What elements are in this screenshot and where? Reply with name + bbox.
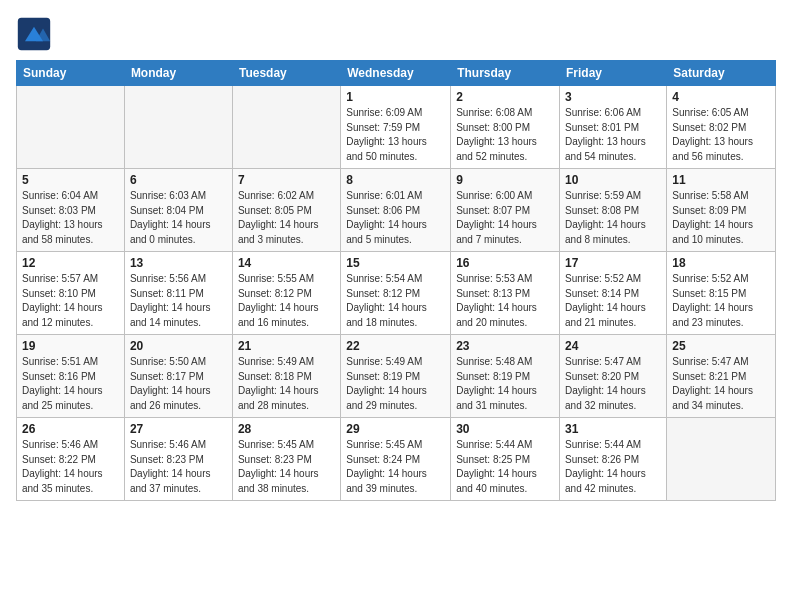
calendar-table: SundayMondayTuesdayWednesdayThursdayFrid… <box>16 60 776 501</box>
calendar-cell: 13Sunrise: 5:56 AM Sunset: 8:11 PM Dayli… <box>124 252 232 335</box>
day-number: 26 <box>22 422 119 436</box>
day-info: Sunrise: 5:59 AM Sunset: 8:08 PM Dayligh… <box>565 189 661 247</box>
day-info: Sunrise: 5:55 AM Sunset: 8:12 PM Dayligh… <box>238 272 335 330</box>
calendar-cell: 1Sunrise: 6:09 AM Sunset: 7:59 PM Daylig… <box>341 86 451 169</box>
calendar-cell: 3Sunrise: 6:06 AM Sunset: 8:01 PM Daylig… <box>560 86 667 169</box>
calendar-cell: 6Sunrise: 6:03 AM Sunset: 8:04 PM Daylig… <box>124 169 232 252</box>
calendar-cell <box>667 418 776 501</box>
day-info: Sunrise: 6:00 AM Sunset: 8:07 PM Dayligh… <box>456 189 554 247</box>
day-number: 5 <box>22 173 119 187</box>
day-number: 7 <box>238 173 335 187</box>
day-info: Sunrise: 5:49 AM Sunset: 8:18 PM Dayligh… <box>238 355 335 413</box>
day-info: Sunrise: 6:03 AM Sunset: 8:04 PM Dayligh… <box>130 189 227 247</box>
day-number: 1 <box>346 90 445 104</box>
day-number: 16 <box>456 256 554 270</box>
calendar-cell: 15Sunrise: 5:54 AM Sunset: 8:12 PM Dayli… <box>341 252 451 335</box>
day-number: 13 <box>130 256 227 270</box>
col-header-friday: Friday <box>560 61 667 86</box>
day-info: Sunrise: 6:09 AM Sunset: 7:59 PM Dayligh… <box>346 106 445 164</box>
day-info: Sunrise: 6:06 AM Sunset: 8:01 PM Dayligh… <box>565 106 661 164</box>
calendar-cell: 5Sunrise: 6:04 AM Sunset: 8:03 PM Daylig… <box>17 169 125 252</box>
col-header-thursday: Thursday <box>451 61 560 86</box>
day-number: 27 <box>130 422 227 436</box>
calendar-cell: 26Sunrise: 5:46 AM Sunset: 8:22 PM Dayli… <box>17 418 125 501</box>
calendar-cell: 18Sunrise: 5:52 AM Sunset: 8:15 PM Dayli… <box>667 252 776 335</box>
day-number: 30 <box>456 422 554 436</box>
day-number: 25 <box>672 339 770 353</box>
week-row-3: 12Sunrise: 5:57 AM Sunset: 8:10 PM Dayli… <box>17 252 776 335</box>
day-number: 15 <box>346 256 445 270</box>
day-info: Sunrise: 5:46 AM Sunset: 8:22 PM Dayligh… <box>22 438 119 496</box>
calendar-cell: 9Sunrise: 6:00 AM Sunset: 8:07 PM Daylig… <box>451 169 560 252</box>
logo-icon <box>16 16 52 52</box>
day-number: 17 <box>565 256 661 270</box>
calendar-cell: 24Sunrise: 5:47 AM Sunset: 8:20 PM Dayli… <box>560 335 667 418</box>
day-info: Sunrise: 5:51 AM Sunset: 8:16 PM Dayligh… <box>22 355 119 413</box>
day-number: 8 <box>346 173 445 187</box>
day-info: Sunrise: 5:45 AM Sunset: 8:24 PM Dayligh… <box>346 438 445 496</box>
week-row-2: 5Sunrise: 6:04 AM Sunset: 8:03 PM Daylig… <box>17 169 776 252</box>
col-header-saturday: Saturday <box>667 61 776 86</box>
calendar-cell: 11Sunrise: 5:58 AM Sunset: 8:09 PM Dayli… <box>667 169 776 252</box>
day-info: Sunrise: 5:47 AM Sunset: 8:21 PM Dayligh… <box>672 355 770 413</box>
day-number: 28 <box>238 422 335 436</box>
calendar-cell <box>232 86 340 169</box>
calendar-cell <box>124 86 232 169</box>
page-header <box>16 16 776 52</box>
calendar-cell: 10Sunrise: 5:59 AM Sunset: 8:08 PM Dayli… <box>560 169 667 252</box>
col-header-sunday: Sunday <box>17 61 125 86</box>
day-info: Sunrise: 5:57 AM Sunset: 8:10 PM Dayligh… <box>22 272 119 330</box>
day-info: Sunrise: 5:52 AM Sunset: 8:14 PM Dayligh… <box>565 272 661 330</box>
day-info: Sunrise: 5:58 AM Sunset: 8:09 PM Dayligh… <box>672 189 770 247</box>
day-number: 9 <box>456 173 554 187</box>
calendar-cell: 21Sunrise: 5:49 AM Sunset: 8:18 PM Dayli… <box>232 335 340 418</box>
day-info: Sunrise: 6:05 AM Sunset: 8:02 PM Dayligh… <box>672 106 770 164</box>
day-info: Sunrise: 6:01 AM Sunset: 8:06 PM Dayligh… <box>346 189 445 247</box>
week-row-5: 26Sunrise: 5:46 AM Sunset: 8:22 PM Dayli… <box>17 418 776 501</box>
day-number: 22 <box>346 339 445 353</box>
day-info: Sunrise: 5:56 AM Sunset: 8:11 PM Dayligh… <box>130 272 227 330</box>
day-info: Sunrise: 5:44 AM Sunset: 8:25 PM Dayligh… <box>456 438 554 496</box>
calendar-cell: 4Sunrise: 6:05 AM Sunset: 8:02 PM Daylig… <box>667 86 776 169</box>
day-info: Sunrise: 5:48 AM Sunset: 8:19 PM Dayligh… <box>456 355 554 413</box>
calendar-cell: 7Sunrise: 6:02 AM Sunset: 8:05 PM Daylig… <box>232 169 340 252</box>
day-number: 2 <box>456 90 554 104</box>
header-row: SundayMondayTuesdayWednesdayThursdayFrid… <box>17 61 776 86</box>
day-number: 29 <box>346 422 445 436</box>
day-number: 4 <box>672 90 770 104</box>
calendar-cell: 30Sunrise: 5:44 AM Sunset: 8:25 PM Dayli… <box>451 418 560 501</box>
day-info: Sunrise: 6:04 AM Sunset: 8:03 PM Dayligh… <box>22 189 119 247</box>
calendar-cell: 29Sunrise: 5:45 AM Sunset: 8:24 PM Dayli… <box>341 418 451 501</box>
day-info: Sunrise: 5:44 AM Sunset: 8:26 PM Dayligh… <box>565 438 661 496</box>
day-info: Sunrise: 5:53 AM Sunset: 8:13 PM Dayligh… <box>456 272 554 330</box>
day-info: Sunrise: 5:46 AM Sunset: 8:23 PM Dayligh… <box>130 438 227 496</box>
calendar-cell: 2Sunrise: 6:08 AM Sunset: 8:00 PM Daylig… <box>451 86 560 169</box>
day-number: 11 <box>672 173 770 187</box>
day-number: 6 <box>130 173 227 187</box>
day-info: Sunrise: 5:50 AM Sunset: 8:17 PM Dayligh… <box>130 355 227 413</box>
day-number: 12 <box>22 256 119 270</box>
calendar-cell: 8Sunrise: 6:01 AM Sunset: 8:06 PM Daylig… <box>341 169 451 252</box>
day-info: Sunrise: 6:08 AM Sunset: 8:00 PM Dayligh… <box>456 106 554 164</box>
day-number: 21 <box>238 339 335 353</box>
calendar-cell: 14Sunrise: 5:55 AM Sunset: 8:12 PM Dayli… <box>232 252 340 335</box>
week-row-4: 19Sunrise: 5:51 AM Sunset: 8:16 PM Dayli… <box>17 335 776 418</box>
calendar-cell: 28Sunrise: 5:45 AM Sunset: 8:23 PM Dayli… <box>232 418 340 501</box>
day-number: 3 <box>565 90 661 104</box>
day-number: 14 <box>238 256 335 270</box>
day-number: 20 <box>130 339 227 353</box>
day-number: 18 <box>672 256 770 270</box>
calendar-cell <box>17 86 125 169</box>
day-number: 24 <box>565 339 661 353</box>
calendar-cell: 22Sunrise: 5:49 AM Sunset: 8:19 PM Dayli… <box>341 335 451 418</box>
calendar-cell: 25Sunrise: 5:47 AM Sunset: 8:21 PM Dayli… <box>667 335 776 418</box>
day-info: Sunrise: 5:49 AM Sunset: 8:19 PM Dayligh… <box>346 355 445 413</box>
col-header-monday: Monday <box>124 61 232 86</box>
day-number: 31 <box>565 422 661 436</box>
week-row-1: 1Sunrise: 6:09 AM Sunset: 7:59 PM Daylig… <box>17 86 776 169</box>
col-header-tuesday: Tuesday <box>232 61 340 86</box>
calendar-cell: 19Sunrise: 5:51 AM Sunset: 8:16 PM Dayli… <box>17 335 125 418</box>
calendar-cell: 16Sunrise: 5:53 AM Sunset: 8:13 PM Dayli… <box>451 252 560 335</box>
day-info: Sunrise: 6:02 AM Sunset: 8:05 PM Dayligh… <box>238 189 335 247</box>
day-number: 19 <box>22 339 119 353</box>
